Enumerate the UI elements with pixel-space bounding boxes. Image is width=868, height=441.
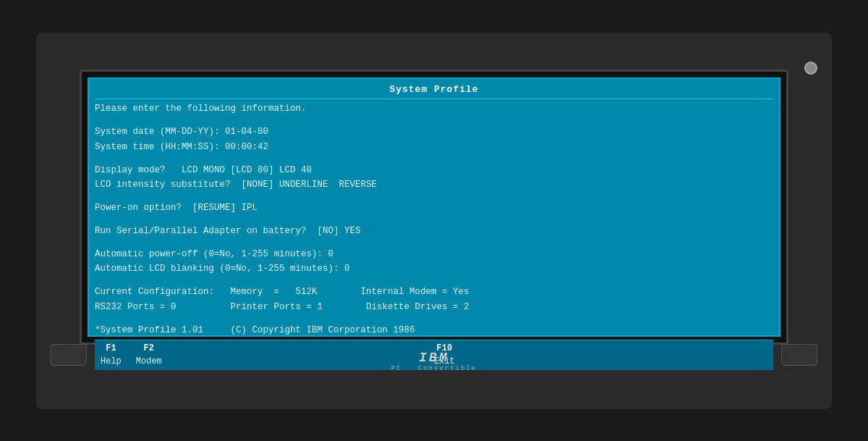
blank-line bbox=[95, 217, 773, 223]
screen-line: Please enter the following information. bbox=[95, 103, 773, 116]
right-handle bbox=[781, 344, 817, 366]
blank-line bbox=[95, 240, 773, 246]
blank-line bbox=[95, 194, 773, 200]
screen-line: Power-on option? [RESUME] IPL bbox=[95, 202, 773, 215]
power-button[interactable] bbox=[804, 62, 817, 75]
screen-line: Automatic power-off (0=No, 1-255 minutes… bbox=[95, 248, 773, 261]
screen-line: Automatic LCD blanking (0=No, 1-255 minu… bbox=[95, 263, 773, 276]
screen-line: LCD intensity substitute? [NONE] UNDERLI… bbox=[95, 179, 773, 192]
screen-line: System date (MM-DD-YY): 01-04-80 bbox=[95, 126, 773, 139]
screen-line: Run Serial/Parallel Adapter on battery? … bbox=[95, 225, 773, 238]
left-handle bbox=[51, 344, 87, 366]
ibm-submodel: PC Convertible bbox=[391, 365, 477, 372]
screen-bezel: System Profile Please enter the followin… bbox=[80, 70, 788, 345]
device-handles bbox=[51, 344, 817, 366]
blank-line bbox=[95, 156, 773, 162]
screen-line: *System Profile 1.01 (C) Copyright IBM C… bbox=[95, 324, 773, 337]
screen: System Profile Please enter the followin… bbox=[88, 77, 780, 337]
screen-title: System Profile bbox=[95, 83, 773, 100]
device-body: System Profile Please enter the followin… bbox=[36, 33, 832, 409]
screen-content: Please enter the following information.S… bbox=[95, 103, 773, 337]
screen-line: System time (HH:MM:SS): 00:00:42 bbox=[95, 141, 773, 154]
screen-line: Current Configuration: Memory = 512K Int… bbox=[95, 286, 773, 299]
screen-line: RS232 Ports = 0 Printer Ports = 1 Disket… bbox=[95, 301, 773, 314]
blank-line bbox=[95, 316, 773, 322]
screen-line: Display mode? LCD MONO [LCD 80] LCD 40 bbox=[95, 164, 773, 177]
blank-line bbox=[95, 118, 773, 124]
blank-line bbox=[95, 278, 773, 284]
